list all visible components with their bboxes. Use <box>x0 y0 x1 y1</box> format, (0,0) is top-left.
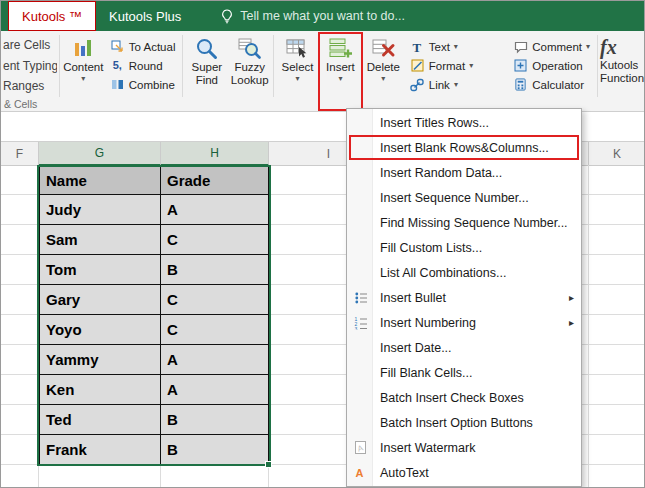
table-cell[interactable]: Frank <box>39 435 161 465</box>
sheet-cell[interactable] <box>589 375 645 405</box>
ribbon-button-label: Format <box>429 60 465 72</box>
ribbon-button-round[interactable]: 5,Round <box>105 56 181 75</box>
sheet-cell[interactable] <box>1 165 39 195</box>
column-header-k[interactable]: K <box>589 142 645 166</box>
ribbon-button-label: Super Find <box>185 61 228 87</box>
menu-item-insert-date[interactable]: Insert Date... <box>347 335 581 360</box>
fuzzy-lookup-icon <box>237 35 262 61</box>
ribbon-button-kutools-functions[interactable]: fxKutoolsFunctions <box>600 34 645 98</box>
column-header-h[interactable]: H <box>161 142 269 166</box>
sheet-cell[interactable] <box>161 465 269 488</box>
ribbon-button-comment[interactable]: Comment▾ <box>508 37 595 56</box>
menu-item-fill-custom-lists[interactable]: Fill Custom Lists... <box>347 235 581 260</box>
ribbon-content: are Cellsent Typing ▾RangesContent▾To Ac… <box>1 34 645 98</box>
table-cell[interactable]: C <box>161 315 269 345</box>
table-header-cell[interactable]: Grade <box>161 165 269 195</box>
sheet-cell[interactable] <box>1 285 39 315</box>
menu-item-list-all-combinations[interactable]: List All Combinations... <box>347 260 581 285</box>
sheet-cell[interactable] <box>589 195 645 225</box>
ribbon-button-label: Round <box>129 60 163 72</box>
insert-dropdown-menu: Insert Titles Rows...Insert Blank Rows&C… <box>346 108 582 487</box>
text-icon: T <box>410 40 425 54</box>
menu-item-label: Fill Blank Cells... <box>380 366 472 380</box>
ribbon-button-calculator[interactable]: Calculator <box>508 75 595 94</box>
menu-item-insert-titles-rows[interactable]: Insert Titles Rows... <box>347 110 581 135</box>
sheet-cell[interactable] <box>1 195 39 225</box>
sheet-cell[interactable] <box>1 375 39 405</box>
table-cell[interactable]: B <box>161 255 269 285</box>
table-cell[interactable]: Ken <box>39 375 161 405</box>
ribbon-button-fuzzy-lookup[interactable]: Fuzzy Lookup <box>228 34 271 98</box>
sheet-cell[interactable] <box>589 465 645 488</box>
column-header-f[interactable]: F <box>1 142 39 166</box>
sheet-cell[interactable] <box>589 255 645 285</box>
table-cell[interactable]: Judy <box>39 195 161 225</box>
table-cell[interactable]: Yammy <box>39 345 161 375</box>
table-cell[interactable]: A <box>161 195 269 225</box>
sheet-cell[interactable] <box>589 285 645 315</box>
menu-item-find-missing-sequence-number[interactable]: Find Missing Sequence Number... <box>347 210 581 235</box>
menu-item-batch-insert-option-buttons[interactable]: Batch Insert Option Buttons <box>347 410 581 435</box>
menu-item-insert-sequence-number[interactable]: Insert Sequence Number... <box>347 185 581 210</box>
table-cell[interactable]: C <box>161 225 269 255</box>
sheet-cell[interactable] <box>589 315 645 345</box>
kutools-ribbon: are Cellsent Typing ▾RangesContent▾To Ac… <box>1 31 645 112</box>
table-cell[interactable]: Ted <box>39 405 161 435</box>
ribbon-button-ranges[interactable]: Ranges <box>1 78 57 95</box>
sheet-cell[interactable] <box>589 165 645 195</box>
menu-item-batch-insert-check-boxes[interactable]: Batch Insert Check Boxes <box>347 385 581 410</box>
ribbon-button-ent-typing[interactable]: ent Typing ▾ <box>1 58 57 75</box>
table-cell[interactable]: Tom <box>39 255 161 285</box>
ribbon-button-delete[interactable]: Delete▾ <box>362 34 405 98</box>
sheet-cell[interactable] <box>1 405 39 435</box>
table-cell[interactable]: A <box>161 345 269 375</box>
menu-item-insert-watermark[interactable]: AInsert Watermark <box>347 435 581 460</box>
menu-item-insert-bullet[interactable]: Insert Bullet▸ <box>347 285 581 310</box>
sheet-cell[interactable] <box>589 225 645 255</box>
menu-item-insert-random-data[interactable]: Insert Random Data... <box>347 160 581 185</box>
column-header-g[interactable]: G <box>39 142 161 166</box>
table-cell[interactable]: B <box>161 405 269 435</box>
table-header-cell[interactable]: Name <box>39 165 161 195</box>
sheet-cell[interactable] <box>1 465 39 488</box>
table-cell[interactable]: Yoyo <box>39 315 161 345</box>
ribbon-button-operation[interactable]: Operation <box>508 56 595 75</box>
tell-me-box[interactable]: Tell me what you want to do... <box>220 9 405 24</box>
dropdown-arrow-icon: ▾ <box>586 42 590 51</box>
menu-item-list: Insert Titles Rows...Insert Blank Rows&C… <box>347 110 581 485</box>
sheet-cell[interactable] <box>1 315 39 345</box>
sheet-cell[interactable] <box>1 435 39 465</box>
table-cell[interactable]: C <box>161 285 269 315</box>
ribbon-button-combine[interactable]: Combine <box>105 75 181 94</box>
table-cell[interactable]: B <box>161 435 269 465</box>
sheet-cell[interactable] <box>589 405 645 435</box>
sheet-cell[interactable] <box>1 255 39 285</box>
menu-item-insert-numbering[interactable]: 123Insert Numbering▸ <box>347 310 581 335</box>
sheet-cell[interactable] <box>1 345 39 375</box>
table-cell[interactable]: Gary <box>39 285 161 315</box>
sheet-cell[interactable] <box>589 435 645 465</box>
ribbon-button-link[interactable]: Link▾ <box>405 75 478 94</box>
ribbon-button-label: Operation <box>532 60 583 72</box>
fill-handle[interactable] <box>265 461 272 468</box>
ribbon-button-super-find[interactable]: Super Find <box>185 34 228 98</box>
ribbon-button-text[interactable]: TText▾ <box>405 37 478 56</box>
sheet-cell[interactable] <box>39 465 161 488</box>
sheet-cell[interactable] <box>589 345 645 375</box>
menu-item-autotext[interactable]: AAutoText <box>347 460 581 485</box>
ribbon-button-select[interactable]: Select▾ <box>276 34 319 98</box>
ribbon-button-content[interactable]: Content▾ <box>62 34 105 98</box>
menu-item-fill-blank-cells[interactable]: Fill Blank Cells... <box>347 360 581 385</box>
menu-item-label: Find Missing Sequence Number... <box>380 216 568 230</box>
ribbon-button-to-actual[interactable]: To Actual <box>105 37 181 56</box>
ribbon-tab-kutools[interactable]: Kutools ™ <box>8 1 96 31</box>
table-cell[interactable]: A <box>161 375 269 405</box>
table-cell[interactable]: Sam <box>39 225 161 255</box>
ribbon-button-are-cells[interactable]: are Cells <box>1 37 57 54</box>
dropdown-arrow-icon: ▾ <box>81 75 85 83</box>
ribbon-button-format[interactable]: Format▾ <box>405 56 478 75</box>
sheet-cell[interactable] <box>1 225 39 255</box>
ribbon-button-insert[interactable]: Insert▾ <box>319 34 362 98</box>
menu-item-insert-blank-rows-columns[interactable]: Insert Blank Rows&Columns... <box>347 135 581 160</box>
ribbon-tab-kutools-plus[interactable]: Kutools Plus <box>96 1 194 31</box>
